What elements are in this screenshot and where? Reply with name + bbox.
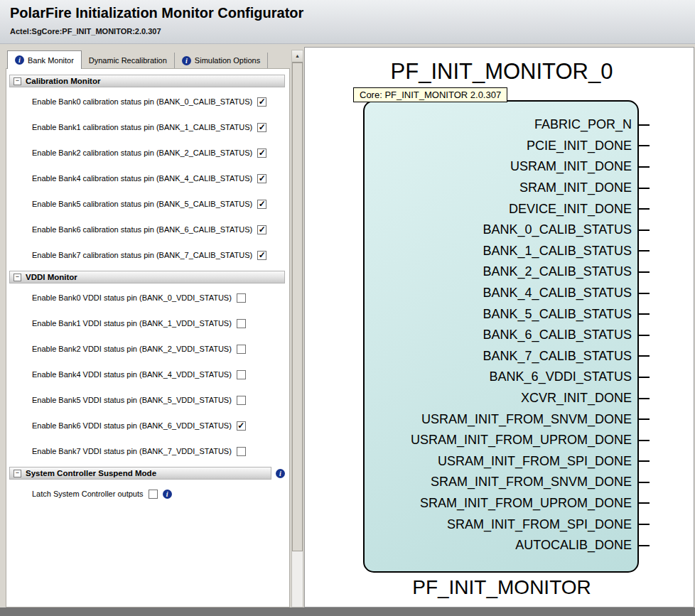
pin-row[interactable]: BANK_6_VDDI_STATUS: [365, 367, 637, 388]
pin-row[interactable]: BANK_6_CALIB_STATUS: [365, 325, 637, 346]
tab-bank-monitor[interactable]: iBank Monitor: [7, 50, 82, 69]
pin-row[interactable]: BANK_7_CALIB_STATUS: [365, 346, 637, 367]
collapse-icon[interactable]: −: [14, 470, 21, 477]
section-header[interactable]: −Calibration Monitor: [9, 75, 285, 87]
pin-row[interactable]: BANK_4_CALIB_STATUS: [365, 283, 637, 304]
tab-dynamic-recalibration[interactable]: Dynamic Recalibration: [82, 53, 175, 68]
option-row: Enable Bank5 VDDI status pin (BANK_5_VDD…: [6, 387, 289, 413]
info-icon[interactable]: i: [276, 469, 285, 478]
checkbox[interactable]: ✓: [257, 174, 266, 183]
option-row: Enable Bank4 calibration status pin (BAN…: [6, 166, 289, 191]
option-label: Latch System Controller outputs: [32, 490, 144, 498]
section-header[interactable]: −System Controller Suspend Mode: [9, 467, 271, 480]
pin-stub-line: [639, 208, 650, 210]
checkbox[interactable]: ✓: [257, 148, 266, 158]
pin-stub-line: [639, 398, 650, 399]
checkbox[interactable]: [149, 490, 158, 499]
checkbox[interactable]: ✓: [257, 251, 266, 260]
pin-label: BANK_4_CALIB_STATUS: [483, 286, 632, 301]
checkbox[interactable]: ✓: [257, 225, 266, 234]
checkbox[interactable]: [237, 370, 246, 379]
pin-row[interactable]: SRAM_INIT_FROM_SPI_DONE: [365, 514, 637, 535]
tab-simulation-options[interactable]: iSimulation Options: [175, 53, 268, 68]
pin-row[interactable]: FABRIC_POR_N: [365, 114, 637, 136]
pin-stub-line: [639, 250, 650, 252]
option-row: Enable Bank7 VDDI status pin (BANK_7_VDD…: [6, 438, 289, 464]
option-label: Enable Bank6 VDDI status pin (BANK_6_VDD…: [32, 421, 232, 430]
checkbox[interactable]: [237, 319, 246, 328]
pin-label: SRAM_INIT_FROM_SPI_DONE: [447, 517, 632, 532]
config-panel: −Calibration MonitorEnable Bank0 calibra…: [6, 68, 290, 607]
pin-label: BANK_6_VDDI_STATUS: [490, 369, 632, 384]
option-label: Enable Bank4 VDDI status pin (BANK_4_VDD…: [32, 370, 232, 379]
collapse-icon[interactable]: −: [14, 274, 21, 281]
section-title: Calibration Monitor: [26, 77, 100, 85]
pin-label: XCVR_INIT_DONE: [521, 391, 632, 406]
pin-label: BANK_7_CALIB_STATUS: [483, 349, 632, 364]
pin-row[interactable]: USRAM_INIT_FROM_SPI_DONE: [365, 451, 637, 472]
pin-label: BANK_2_CALIB_STATUS: [483, 264, 632, 279]
option-row: Enable Bank2 calibration status pin (BAN…: [6, 140, 289, 166]
option-row: Enable Bank5 calibration status pin (BAN…: [6, 191, 289, 217]
pin-stub-line: [639, 188, 650, 189]
option-row: Enable Bank0 calibration status pin (BAN…: [6, 89, 289, 114]
app-window: PolarFire Initialization Monitor Configu…: [0, 0, 695, 616]
pin-row[interactable]: SRAM_INIT_FROM_SNVM_DONE: [365, 472, 637, 493]
pin-label: BANK_1_CALIB_STATUS: [483, 244, 632, 259]
scroll-up-button[interactable]: ▲: [292, 50, 303, 63]
core-type-label: PF_INIT_MONITOR: [363, 576, 640, 599]
pin-row[interactable]: DEVICE_INIT_DONE: [365, 198, 637, 220]
pin-stub-line: [639, 440, 650, 441]
info-icon[interactable]: i: [182, 56, 191, 65]
pin-row[interactable]: USRAM_INIT_FROM_UPROM_DONE: [365, 430, 637, 451]
option-label: Enable Bank6 calibration status pin (BAN…: [32, 225, 252, 234]
pin-row[interactable]: USRAM_INIT_DONE: [365, 156, 637, 178]
section-header[interactable]: −VDDI Monitor: [9, 271, 285, 283]
checkbox[interactable]: ✓: [237, 421, 246, 431]
pin-stub-line: [639, 524, 650, 525]
pin-stub-line: [639, 418, 650, 420]
option-row: Enable Bank1 VDDI status pin (BANK_1_VDD…: [6, 310, 289, 336]
option-label: Enable Bank7 VDDI status pin (BANK_7_VDD…: [32, 447, 232, 455]
option-label: Enable Bank2 calibration status pin (BAN…: [32, 148, 252, 157]
pin-stub-line: [639, 482, 650, 483]
core-block[interactable]: FABRIC_POR_NPCIE_INIT_DONEUSRAM_INIT_DON…: [363, 100, 639, 573]
option-label: Enable Bank7 calibration status pin (BAN…: [32, 251, 252, 259]
pin-list: FABRIC_POR_NPCIE_INIT_DONEUSRAM_INIT_DON…: [365, 102, 637, 556]
checkbox[interactable]: [237, 293, 246, 303]
pin-label: USRAM_INIT_FROM_SPI_DONE: [438, 454, 632, 469]
bottom-bar: [0, 607, 695, 616]
info-icon[interactable]: i: [163, 490, 172, 499]
pin-label: USRAM_INIT_FROM_SNVM_DONE: [421, 412, 632, 427]
pin-row[interactable]: BANK_2_CALIB_STATUS: [365, 261, 637, 283]
checkbox[interactable]: [237, 447, 246, 456]
pin-row[interactable]: AUTOCALIB_DONE: [365, 535, 637, 556]
tab-label: Simulation Options: [195, 56, 260, 65]
info-icon[interactable]: i: [15, 55, 24, 65]
checkbox[interactable]: [237, 345, 246, 354]
option-row: Enable Bank2 VDDI status pin (BANK_2_VDD…: [6, 336, 289, 362]
scrollbar-thumb[interactable]: [292, 63, 303, 551]
pin-row[interactable]: SRAM_INIT_DONE: [365, 178, 637, 199]
collapse-icon[interactable]: −: [14, 77, 21, 85]
vertical-scrollbar[interactable]: ▲: [291, 50, 303, 607]
checkbox[interactable]: [237, 396, 246, 405]
pin-row[interactable]: BANK_5_CALIB_STATUS: [365, 303, 637, 325]
pin-label: DEVICE_INIT_DONE: [509, 202, 632, 217]
pin-stub-line: [639, 229, 650, 231]
checkbox[interactable]: ✓: [257, 200, 266, 209]
pin-row[interactable]: SRAM_INIT_FROM_UPROM_DONE: [365, 493, 637, 514]
pin-row[interactable]: XCVR_INIT_DONE: [365, 388, 637, 409]
pin-row[interactable]: BANK_1_CALIB_STATUS: [365, 241, 637, 262]
option-row: Enable Bank4 VDDI status pin (BANK_4_VDD…: [6, 362, 289, 387]
pin-row[interactable]: BANK_0_CALIB_STATUS: [365, 220, 637, 241]
pin-row[interactable]: USRAM_INIT_FROM_SNVM_DONE: [365, 409, 637, 430]
pin-stub-line: [639, 377, 650, 378]
pin-stub-line: [639, 355, 650, 357]
pin-label: BANK_6_CALIB_STATUS: [483, 328, 632, 342]
section-header-row: −System Controller Suspend Modei: [9, 467, 285, 480]
pin-row[interactable]: PCIE_INIT_DONE: [365, 136, 637, 157]
pin-stub-line: [639, 460, 650, 462]
checkbox[interactable]: ✓: [257, 97, 266, 107]
checkbox[interactable]: ✓: [257, 123, 266, 132]
